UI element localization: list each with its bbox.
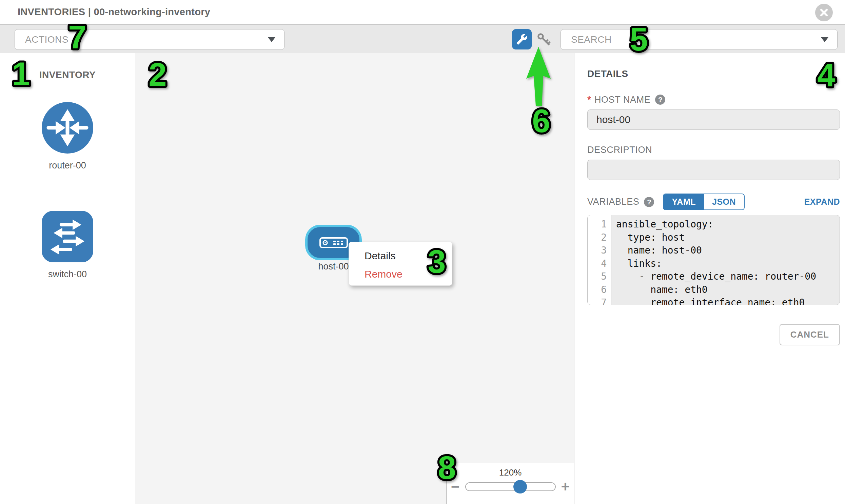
close-x-glyph <box>819 7 829 18</box>
zoom-slider[interactable] <box>465 482 556 491</box>
description-field[interactable] <box>587 160 840 180</box>
key-icon <box>536 32 552 48</box>
line-number-gutter: 1 2 3 4 5 6 7 <box>588 215 611 305</box>
required-marker: * <box>587 94 591 105</box>
expand-link[interactable]: EXPAND <box>804 197 840 207</box>
code-area[interactable]: ansible_topology: type: host name: host-… <box>611 215 840 305</box>
line-number: 1 <box>588 218 611 231</box>
close-icon[interactable] <box>815 4 833 21</box>
code-line: links: <box>616 257 840 270</box>
variables-code-editor[interactable]: 1 2 3 4 5 6 7 ansible_topology: type: ho… <box>587 215 840 305</box>
tools-button[interactable] <box>512 29 532 50</box>
main-area: INVENTORY <box>0 53 845 504</box>
switch-label: switch-00 <box>0 269 135 280</box>
help-icon[interactable]: ? <box>655 94 665 105</box>
toggle-yaml[interactable]: YAML <box>664 194 704 210</box>
line-number: 6 <box>588 283 611 296</box>
zoom-in-button[interactable]: + <box>561 480 570 493</box>
line-number: 7 <box>588 296 611 305</box>
sidebar-item-switch[interactable]: switch-00 <box>0 211 135 280</box>
inventory-sidebar: INVENTORY <box>0 53 135 504</box>
context-menu-item-remove[interactable]: Remove <box>349 265 452 283</box>
code-line: type: host <box>616 231 840 245</box>
toolbar: ACTIONS SEARCH <box>0 25 845 53</box>
topology-canvas[interactable]: host-00 Details Remove 120% − + <box>135 53 575 504</box>
inventory-topology-app: INVENTORIES | 00-networking-inventory AC… <box>0 0 845 504</box>
cancel-button[interactable]: CANCEL <box>779 324 840 345</box>
search-dropdown-label: SEARCH <box>571 34 612 45</box>
actions-dropdown-label: ACTIONS <box>25 34 69 45</box>
zoom-slider-thumb[interactable] <box>513 480 527 493</box>
chevron-down-icon <box>268 37 275 42</box>
router-label: router-00 <box>0 160 135 171</box>
search-dropdown[interactable]: SEARCH <box>561 29 838 50</box>
details-heading: DETAILS <box>587 69 840 79</box>
router-icon <box>42 102 93 155</box>
description-label: DESCRIPTION <box>587 145 652 155</box>
line-number: 4 <box>588 257 611 270</box>
switch-icon <box>42 211 93 264</box>
code-line: name: eth0 <box>616 283 840 296</box>
sidebar-item-router[interactable]: router-00 <box>0 102 135 171</box>
node-context-menu: Details Remove <box>349 242 452 286</box>
zoom-level-label: 120% <box>446 467 574 478</box>
variables-format-toggle: YAML JSON <box>663 194 745 210</box>
host-name-label: HOST NAME <box>594 94 650 105</box>
code-line: remote_interface_name: eth0 <box>616 296 840 305</box>
line-number: 2 <box>588 231 611 245</box>
zoom-out-button[interactable]: − <box>451 480 460 493</box>
variables-label: VARIABLES <box>587 197 639 207</box>
details-panel: DETAILS * HOST NAME ? DESCRIPTION VARIAB… <box>575 53 845 504</box>
host-name-field[interactable] <box>587 109 840 130</box>
toggle-json[interactable]: JSON <box>704 194 744 210</box>
actions-dropdown[interactable]: ACTIONS <box>15 29 284 50</box>
code-line: - remote_device_name: router-00 <box>616 270 840 283</box>
context-menu-item-details[interactable]: Details <box>349 247 452 265</box>
line-number: 5 <box>588 270 611 283</box>
key-button[interactable] <box>536 32 552 48</box>
help-icon[interactable]: ? <box>644 197 654 207</box>
chevron-down-icon <box>821 37 828 42</box>
zoom-control: 120% − + <box>446 463 574 504</box>
code-line: ansible_topology: <box>616 218 840 231</box>
sidebar-heading: INVENTORY <box>0 70 135 80</box>
page-title: INVENTORIES | 00-networking-inventory <box>18 6 210 18</box>
wrench-icon <box>516 34 528 45</box>
title-bar: INVENTORIES | 00-networking-inventory <box>0 0 845 25</box>
line-number: 3 <box>588 244 611 257</box>
code-line: name: host-00 <box>616 244 840 257</box>
host-server-icon <box>319 237 348 248</box>
